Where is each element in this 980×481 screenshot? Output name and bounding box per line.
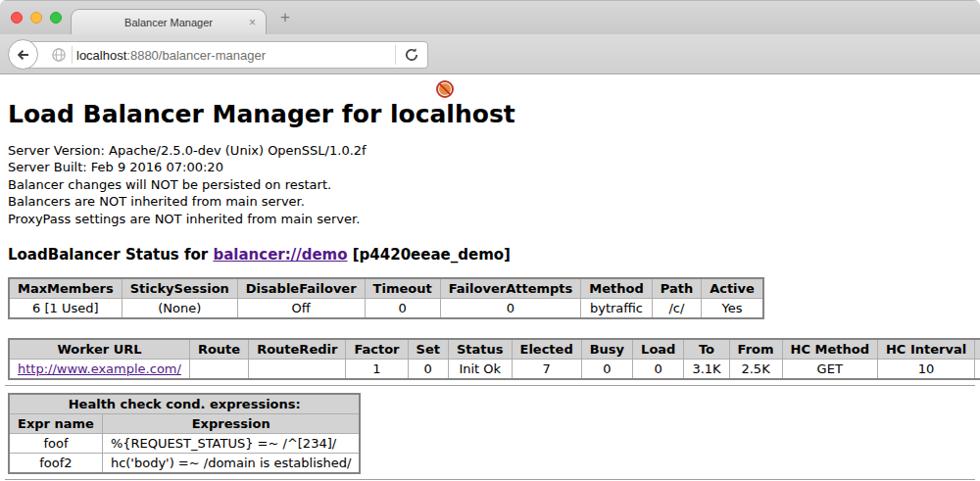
balancer-settings-table: MaxMembers StickySession DisableFailover… [8,277,764,319]
server-info: Server Version: Apache/2.5.0-dev (Unix) … [8,142,972,227]
heading-suffix: [p4420eeae_demo] [348,246,511,264]
cell-active: Yes [702,299,763,319]
divider [5,479,975,480]
cell-route [189,360,248,380]
col-header: To [684,339,729,360]
col-header: Passes [975,339,980,360]
window-controls [11,12,62,24]
table-row: http://www.example.com/ 1 0 Init Ok 7 0 … [9,360,980,380]
col-header: MaxMembers [9,278,122,299]
worker-url-link[interactable]: http://www.example.com/ [18,361,181,376]
cell-stickysession: (None) [122,299,237,319]
browser-window: Balancer Manager × + localhost:8880/bala… [0,0,980,481]
tab-title: Balancer Manager [124,17,213,28]
table-header-row: Expr name Expression [9,414,360,434]
cell-expr-name: foof2 [9,454,102,474]
health-check-table: Health check cond. expressions: Expr nam… [8,393,361,474]
col-header: Elected [512,339,581,360]
tab-balancer-manager[interactable]: Balancer Manager × [71,9,267,35]
page-content: Load Balancer Manager for localhost Serv… [0,75,980,481]
cell-load: 0 [633,360,684,380]
col-header: Active [702,278,763,299]
col-header: Path [652,278,701,299]
cell-failoverattempts: 0 [440,299,581,319]
col-header: Expression [102,414,360,434]
cell-to: 3.1K [684,360,729,380]
divider [5,385,975,386]
col-header: Worker URL [9,339,189,360]
col-header: From [729,339,782,360]
cell-expr-name: foof [9,434,102,454]
col-header: HC Interval [877,339,974,360]
col-header: Set [408,339,448,360]
plugin-blocked-icon[interactable] [435,79,455,99]
col-header: StickySession [122,278,237,299]
balancer-status-heading: LoadBalancer Status for balancer://demo … [8,246,972,264]
url-text[interactable]: localhost:8880/balancer-manager [76,48,395,63]
back-icon [16,47,31,63]
close-window-button[interactable] [11,12,23,24]
worker-status-table: Worker URL Route RouteRedir Factor Set S… [8,338,980,380]
warning-line: ProxyPass settings are NOT inherited fro… [8,211,972,227]
url-host: localhost [76,48,126,63]
col-header: RouteRedir [249,339,346,360]
cell-from: 2.5K [729,360,782,380]
globe-icon [48,47,70,63]
cell-routeredir [249,360,346,380]
back-button[interactable] [8,39,38,70]
balancer-link[interactable]: balancer://demo [213,246,347,264]
reload-button[interactable] [395,45,427,65]
server-built-line: Server Built: Feb 9 2016 07:00:20 [8,159,972,175]
table-row: foof %{REQUEST_STATUS} =~ /^[234]/ [9,434,360,454]
cell-passes: 1 (0) [975,360,980,380]
cell-path: /c/ [652,299,701,319]
cell-disablefailover: Off [237,299,365,319]
cell-maxmembers: 6 [1 Used] [9,299,122,319]
col-header: Load [633,339,684,360]
cell-timeout: 0 [365,299,440,319]
table-header-row: Worker URL Route RouteRedir Factor Set S… [9,339,980,360]
health-table-title: Health check cond. expressions: [9,394,360,414]
table-row: 6 [1 Used] (None) Off 0 0 bytraffic /c/ … [9,299,763,319]
cell-expression: %{REQUEST_STATUS} =~ /^[234]/ [102,434,360,454]
warning-line: Balancers are NOT inherited from main se… [8,193,972,210]
cell-busy: 0 [581,360,632,380]
col-header: HC Method [782,339,877,360]
cell-worker-url: http://www.example.com/ [9,360,189,380]
cell-hc-method: GET [782,360,877,380]
page-title: Load Balancer Manager for localhost [8,101,972,128]
cell-status: Init Ok [448,360,512,380]
cell-set: 0 [408,360,448,380]
url-separator [72,46,73,64]
cell-factor: 1 [346,360,408,380]
url-bar[interactable]: localhost:8880/balancer-manager [24,41,428,69]
cell-method: bytraffic [581,299,652,319]
zoom-window-button[interactable] [50,12,62,24]
col-header: Status [448,339,512,360]
nav-toolbar: localhost:8880/balancer-manager [0,34,980,74]
minimize-window-button[interactable] [30,12,42,24]
reload-icon [404,47,419,63]
cell-expression: hc('body') =~ /domain is established/ [102,454,360,474]
table-header-row: MaxMembers StickySession DisableFailover… [9,278,763,299]
col-header: Busy [581,339,632,360]
table-row: foof2 hc('body') =~ /domain is establish… [9,454,360,474]
cell-elected: 7 [512,360,581,380]
tab-bar: Balancer Manager × + [0,0,980,34]
heading-prefix: LoadBalancer Status for [8,246,213,264]
warning-line: Balancer changes will NOT be persisted o… [8,176,972,193]
col-header: FailoverAttempts [440,278,581,299]
new-tab-button[interactable]: + [273,5,297,30]
col-header: Factor [346,339,408,360]
cell-hc-interval: 10 [877,360,974,380]
tab-close-icon[interactable]: × [249,15,256,30]
col-header: Method [581,278,652,299]
col-header: DisableFailover [237,278,365,299]
col-header: Route [189,339,248,360]
url-path: :8880/balancer-manager [126,48,266,63]
server-version-line: Server Version: Apache/2.5.0-dev (Unix) … [8,142,972,159]
table-title-row: Health check cond. expressions: [9,394,360,414]
col-header: Timeout [365,278,440,299]
col-header: Expr name [9,414,102,434]
